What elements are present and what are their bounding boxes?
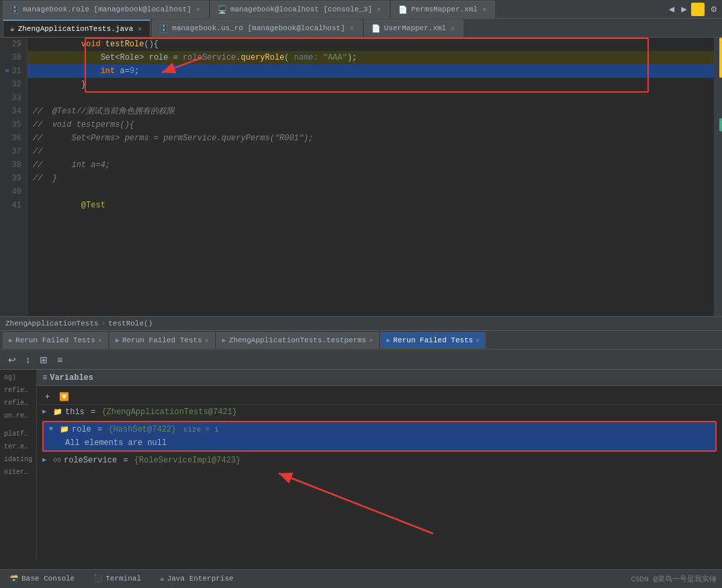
close-tab-3[interactable]: ✕ <box>481 5 488 13</box>
close-tab-2[interactable]: ✕ <box>375 5 382 13</box>
filter-btn[interactable]: 🔽 <box>56 391 72 403</box>
tab-user-mapper[interactable]: 📄 UserMapper.xml ✕ <box>364 19 463 37</box>
console-icon: 🖥️ <box>218 5 227 14</box>
tab-console3[interactable]: 🖥️ managebook@localhost [console_3] ✕ <box>210 1 390 18</box>
code-line-41: @Test <box>28 199 714 212</box>
debug-tab-2[interactable]: ▶ Rerun Failed Tests ✕ <box>109 332 215 348</box>
sidebar-item-7[interactable]: ter.eng... <box>1 442 35 452</box>
restart-btn[interactable]: ↩ <box>5 353 19 366</box>
bottom-tab-enterprise[interactable]: ☕ Java Enterprise <box>156 573 238 585</box>
var-role[interactable]: ▼ 📁 role = {HashSet@7422} size = 1 <box>44 422 715 437</box>
db-icon: 🗄️ <box>10 5 19 14</box>
debug-tab-4[interactable]: ▶ Rerun Failed Tests ✕ <box>380 332 486 348</box>
variables-header: ≡ Variables <box>37 370 722 386</box>
main-variables-panel: ≡ Variables + 🔽 ▶ 📁 this = {ZhengApplica… <box>37 370 722 559</box>
run-icon-1: ▶ <box>9 336 13 344</box>
line-numbers: 29 30 ⊘31 32 33 34 35 36 37 38 39 40 41 <box>0 38 28 316</box>
variables-content[interactable]: + 🔽 ▶ 📁 this = {ZhengApplicationTests@74… <box>37 386 722 559</box>
folder-role-icon: 📁 <box>60 424 69 436</box>
code-line-30: Set<Role> role = roleService.queryRole( … <box>28 51 714 64</box>
var-null-text: All elements are null <box>44 437 715 450</box>
code-line-38: // int a=4; <box>28 158 714 172</box>
sidebar-item-3[interactable]: reflect) <box>1 398 35 408</box>
breakpoint-icon[interactable]: ⊘ <box>5 64 9 78</box>
tab-right-scroll[interactable]: ▶ <box>678 2 689 16</box>
code-line-39: // } <box>28 172 714 185</box>
var-this[interactable]: ▶ 📁 this = {ZhengApplicationTests@7421} <box>37 405 722 420</box>
service-icon: oo <box>53 454 61 467</box>
code-content[interactable]: void testRole(){ Set<Role> role = roleSe… <box>28 38 714 316</box>
close-debug-tab-3[interactable]: ✕ <box>369 336 373 344</box>
close-debug-tab-4[interactable]: ✕ <box>476 336 480 344</box>
run-icon-3: ▶ <box>222 336 226 344</box>
settings-btn[interactable]: ≡ <box>54 353 65 366</box>
breadcrumb-class: ZhengApplicationTests <box>5 320 99 328</box>
close-tab-6[interactable]: ✕ <box>449 24 456 32</box>
code-line-35: // void testperms(){ <box>28 118 714 132</box>
sidebar-item-4[interactable]: un.refle... <box>1 411 35 421</box>
debug-tab-3[interactable]: ▶ ZhengApplicationTests.testperms ✕ <box>216 332 379 348</box>
debug-toolbar: ↩ ↕ ⊞ ≡ <box>0 350 722 370</box>
tab-left-scroll[interactable]: ◀ <box>666 2 677 16</box>
xml-icon: 📄 <box>398 5 408 14</box>
code-line-36: // Set<Perms> perms = permService.queryP… <box>28 132 714 145</box>
code-line-32: } <box>28 78 714 91</box>
xml-icon-2: 📄 <box>371 24 381 33</box>
close-tab-1[interactable]: ✕ <box>195 5 201 13</box>
sidebar-item-2[interactable]: reflect) <box>1 385 35 395</box>
bottom-tab-console[interactable]: 🗃️ Base Console <box>5 573 79 585</box>
editor-scrollbar[interactable] <box>714 38 722 316</box>
code-line-34: // @Test//测试当前角色拥有的权限 <box>28 105 714 118</box>
bottom-tab-terminal[interactable]: ⬛ Terminal <box>89 573 145 585</box>
bottom-brand: CSDN @菜鸟一号是我实锤 <box>631 574 717 584</box>
tab-perms-mapper[interactable]: 📄 PermsMapper.xml ✕ <box>391 1 495 18</box>
tab-bar-second: ☕ ZhengApplicationTests.java ✕ 🗄️ manage… <box>0 19 722 38</box>
sidebar-item-5[interactable] <box>1 424 35 426</box>
expand-role-icon: ▼ <box>49 424 57 436</box>
bottom-bar: 🗃️ Base Console ⬛ Terminal ☕ Java Enterp… <box>0 569 722 588</box>
editor-area: 29 30 ⊘31 32 33 34 35 36 37 38 39 40 41 … <box>0 38 722 316</box>
sidebar-item-6[interactable]: platforr... <box>1 429 35 439</box>
run-icon-4: ▶ <box>386 336 390 344</box>
variables-panel: ng) reflect) reflect) un.refle... platfo… <box>0 370 722 559</box>
expand-role-service-icon: ▶ <box>42 454 50 467</box>
java-icon: ☕ <box>10 24 15 33</box>
debug-main-area: ▶ Rerun Failed Tests ✕ ▶ Rerun Failed Te… <box>0 331 722 559</box>
var-roleservice[interactable]: ▶ oo roleService = {RoleServiceImpl@7423… <box>37 453 722 468</box>
var-role-highlight: ▼ 📁 role = {HashSet@7422} size = 1 All e… <box>42 421 717 452</box>
code-line-31: int a=9; <box>28 64 714 78</box>
variables-icon: ≡ <box>42 373 47 383</box>
close-tab-4[interactable]: ✕ <box>136 25 143 33</box>
sidebar-item-8[interactable]: idating <box>1 454 35 464</box>
layout-btn[interactable]: ⊞ <box>37 353 50 366</box>
tab-overflow: ◀ ▶ ⚙ <box>666 2 719 16</box>
close-tab-5[interactable]: ✕ <box>349 24 355 32</box>
sidebar-item-1[interactable]: ng) <box>1 373 35 383</box>
svg-line-3 <box>279 473 433 534</box>
code-line-40 <box>28 185 714 199</box>
debug-tab-bar: ▶ Rerun Failed Tests ✕ ▶ Rerun Failed Te… <box>0 331 722 350</box>
code-line-37: // <box>28 145 714 158</box>
breadcrumb-sep: › <box>101 320 106 328</box>
yellow-indicator <box>691 3 705 16</box>
breadcrumb-method: testRole() <box>108 320 152 328</box>
expand-tabs[interactable]: ⚙ <box>709 2 719 16</box>
tab-managebook-role[interactable]: 🗄️ managebook.role [managebook@localhost… <box>3 1 209 18</box>
db-icon-2: 🗄️ <box>159 24 169 33</box>
tab-zheng-tests[interactable]: ☕ ZhengApplicationTests.java ✕ <box>3 19 150 37</box>
code-line-29: void testRole(){ <box>28 38 714 51</box>
tab-bar-top: 🗄️ managebook.role [managebook@localhost… <box>0 0 722 19</box>
breadcrumb: ZhengApplicationTests › testRole() <box>0 316 722 331</box>
terminal-tab-icon: ⬛ <box>93 574 103 583</box>
debug-tab-1[interactable]: ▶ Rerun Failed Tests ✕ <box>3 332 108 348</box>
close-debug-tab-2[interactable]: ✕ <box>205 336 209 344</box>
console-tab-icon: 🗃️ <box>9 574 19 583</box>
expand-this-icon: ▶ <box>42 406 50 418</box>
tab-managebook-us[interactable]: 🗄️ managebook.us_ro [managebook@localhos… <box>152 19 362 37</box>
sidebar-item-9[interactable]: oiter.er... <box>1 467 35 477</box>
add-var-btn[interactable]: + <box>42 391 52 403</box>
close-debug-tab-1[interactable]: ✕ <box>98 336 102 344</box>
scroll-indicator-green <box>719 118 722 132</box>
left-sidebar: ng) reflect) reflect) un.refle... platfo… <box>0 370 37 559</box>
step-over-btn[interactable]: ↕ <box>23 353 33 366</box>
